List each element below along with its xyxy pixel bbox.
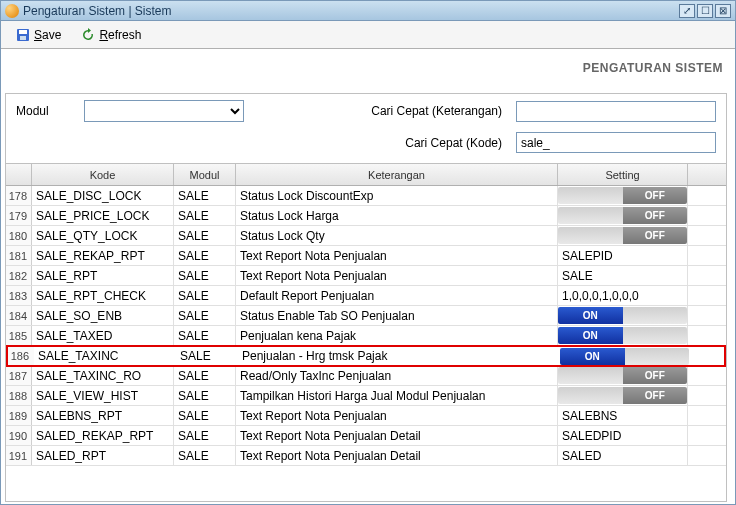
cell-modul[interactable]: SALE bbox=[174, 386, 236, 405]
toggle-off[interactable]: OFF bbox=[558, 227, 687, 244]
cell-setting[interactable]: SALEPID bbox=[558, 246, 688, 265]
cell-keterangan[interactable]: Text Report Nota Penjualan bbox=[236, 266, 558, 285]
cell-setting[interactable]: ON bbox=[558, 326, 688, 345]
cell-modul[interactable]: SALE bbox=[174, 246, 236, 265]
cell-setting[interactable]: SALE bbox=[558, 266, 688, 285]
header-num[interactable] bbox=[6, 164, 32, 185]
table-row[interactable]: 189SALEBNS_RPTSALEText Report Nota Penju… bbox=[6, 406, 726, 426]
cell-keterangan[interactable]: Penjualan kena Pajak bbox=[236, 326, 558, 345]
cell-kode[interactable]: SALE_RPT_CHECK bbox=[32, 286, 174, 305]
toggle-off[interactable]: OFF bbox=[558, 207, 687, 224]
row-num: 186 bbox=[8, 347, 34, 365]
cell-keterangan[interactable]: Read/Only TaxInc Penjualan bbox=[236, 366, 558, 385]
cell-setting[interactable]: SALEDPID bbox=[558, 426, 688, 445]
search-desc-input[interactable] bbox=[516, 101, 716, 122]
toggle-off[interactable]: OFF bbox=[558, 367, 687, 384]
cell-modul[interactable]: SALE bbox=[174, 286, 236, 305]
cell-setting[interactable]: ON bbox=[560, 347, 690, 365]
cell-modul[interactable]: SALE bbox=[174, 426, 236, 445]
row-num: 182 bbox=[6, 266, 32, 285]
cell-kode[interactable]: SALEBNS_RPT bbox=[32, 406, 174, 425]
table-row[interactable]: 191SALED_RPTSALEText Report Nota Penjual… bbox=[6, 446, 726, 466]
save-button[interactable]: Save bbox=[7, 24, 70, 46]
cell-keterangan[interactable]: Text Report Nota Penjualan Detail bbox=[236, 446, 558, 465]
cell-modul[interactable]: SALE bbox=[174, 306, 236, 325]
cell-setting[interactable]: OFF bbox=[558, 186, 688, 205]
table-row[interactable]: 183SALE_RPT_CHECKSALEDefault Report Penj… bbox=[6, 286, 726, 306]
toggle-on[interactable]: ON bbox=[560, 348, 689, 365]
cell-kode[interactable]: SALE_SO_ENB bbox=[32, 306, 174, 325]
table-row[interactable]: 178SALE_DISC_LOCKSALEStatus Lock Discoun… bbox=[6, 186, 726, 206]
cell-modul[interactable]: SALE bbox=[174, 226, 236, 245]
header-kode[interactable]: Kode bbox=[32, 164, 174, 185]
table-row[interactable]: 179SALE_PRICE_LOCKSALEStatus Lock HargaO… bbox=[6, 206, 726, 226]
cell-keterangan[interactable]: Text Report Nota Penjualan bbox=[236, 246, 558, 265]
cell-modul[interactable]: SALE bbox=[174, 446, 236, 465]
cell-keterangan[interactable]: Penjualan - Hrg tmsk Pajak bbox=[238, 347, 560, 365]
table-row[interactable]: 190SALED_REKAP_RPTSALEText Report Nota P… bbox=[6, 426, 726, 446]
cell-setting[interactable]: OFF bbox=[558, 366, 688, 385]
cell-keterangan[interactable]: Status Enable Tab SO Penjualan bbox=[236, 306, 558, 325]
cell-kode[interactable]: SALE_PRICE_LOCK bbox=[32, 206, 174, 225]
table-row[interactable]: 185SALE_TAXEDSALEPenjualan kena PajakON bbox=[6, 326, 726, 346]
cell-setting[interactable]: OFF bbox=[558, 226, 688, 245]
cell-kode[interactable]: SALE_VIEW_HIST bbox=[32, 386, 174, 405]
toggle-off[interactable]: OFF bbox=[558, 387, 687, 404]
cell-kode[interactable]: SALE_TAXINC bbox=[34, 347, 176, 365]
cell-kode[interactable]: SALE_TAXINC_RO bbox=[32, 366, 174, 385]
cell-modul[interactable]: SALE bbox=[174, 406, 236, 425]
cell-modul[interactable]: SALE bbox=[174, 186, 236, 205]
cell-modul[interactable]: SALE bbox=[174, 206, 236, 225]
cell-modul[interactable]: SALE bbox=[174, 266, 236, 285]
table-row[interactable]: 187SALE_TAXINC_ROSALERead/Only TaxInc Pe… bbox=[6, 366, 726, 386]
table-row[interactable]: 186SALE_TAXINCSALEPenjualan - Hrg tmsk P… bbox=[6, 345, 726, 367]
header-modul[interactable]: Modul bbox=[174, 164, 236, 185]
cell-keterangan[interactable]: Default Report Penjualan bbox=[236, 286, 558, 305]
cell-keterangan[interactable]: Text Report Nota Penjualan bbox=[236, 406, 558, 425]
cell-modul[interactable]: SALE bbox=[174, 366, 236, 385]
table-row[interactable]: 188SALE_VIEW_HISTSALETampilkan Histori H… bbox=[6, 386, 726, 406]
modul-select[interactable] bbox=[84, 100, 244, 122]
toggle-on[interactable]: ON bbox=[558, 327, 687, 344]
minimize-button[interactable]: ⤢ bbox=[679, 4, 695, 18]
cell-modul[interactable]: SALE bbox=[174, 326, 236, 345]
cell-kode[interactable]: SALED_REKAP_RPT bbox=[32, 426, 174, 445]
header-setting[interactable]: Setting bbox=[558, 164, 688, 185]
table-row[interactable]: 184SALE_SO_ENBSALEStatus Enable Tab SO P… bbox=[6, 306, 726, 326]
grid-header: Kode Modul Keterangan Setting bbox=[6, 164, 726, 186]
cell-modul[interactable]: SALE bbox=[176, 347, 238, 365]
maximize-button[interactable]: ☐ bbox=[697, 4, 713, 18]
table-row[interactable]: 180SALE_QTY_LOCKSALEStatus Lock QtyOFF bbox=[6, 226, 726, 246]
table-row[interactable]: 182SALE_RPTSALEText Report Nota Penjuala… bbox=[6, 266, 726, 286]
toggle-on[interactable]: ON bbox=[558, 307, 687, 324]
cell-setting[interactable]: SALED bbox=[558, 446, 688, 465]
cell-kode[interactable]: SALE_DISC_LOCK bbox=[32, 186, 174, 205]
cell-kode[interactable]: SALE_TAXED bbox=[32, 326, 174, 345]
close-button[interactable]: ⊠ bbox=[715, 4, 731, 18]
cell-setting[interactable]: ON bbox=[558, 306, 688, 325]
row-num: 188 bbox=[6, 386, 32, 405]
toggle-off[interactable]: OFF bbox=[558, 187, 687, 204]
cell-keterangan[interactable]: Status Lock Qty bbox=[236, 226, 558, 245]
row-num: 187 bbox=[6, 366, 32, 385]
filter-row-2: Cari Cepat (Kode) bbox=[6, 128, 726, 163]
cell-kode[interactable]: SALE_RPT bbox=[32, 266, 174, 285]
cell-keterangan[interactable]: Status Lock Harga bbox=[236, 206, 558, 225]
cell-keterangan[interactable]: Text Report Nota Penjualan Detail bbox=[236, 426, 558, 445]
row-num: 179 bbox=[6, 206, 32, 225]
cell-kode[interactable]: SALE_REKAP_RPT bbox=[32, 246, 174, 265]
search-code-input[interactable] bbox=[516, 132, 716, 153]
cell-keterangan[interactable]: Status Lock DiscountExp bbox=[236, 186, 558, 205]
cell-setting[interactable]: SALEBNS bbox=[558, 406, 688, 425]
grid-body[interactable]: 178SALE_DISC_LOCKSALEStatus Lock Discoun… bbox=[6, 186, 726, 501]
cell-setting[interactable]: OFF bbox=[558, 386, 688, 405]
refresh-button[interactable]: Refresh bbox=[72, 24, 150, 46]
table-row[interactable]: 181SALE_REKAP_RPTSALEText Report Nota Pe… bbox=[6, 246, 726, 266]
header-keterangan[interactable]: Keterangan bbox=[236, 164, 558, 185]
cell-setting[interactable]: 1,0,0,0,1,0,0,0 bbox=[558, 286, 688, 305]
cell-kode[interactable]: SALE_QTY_LOCK bbox=[32, 226, 174, 245]
cell-keterangan[interactable]: Tampilkan Histori Harga Jual Modul Penju… bbox=[236, 386, 558, 405]
cell-setting[interactable]: OFF bbox=[558, 206, 688, 225]
panel-title: PENGATURAN SISTEM bbox=[5, 55, 727, 93]
cell-kode[interactable]: SALED_RPT bbox=[32, 446, 174, 465]
